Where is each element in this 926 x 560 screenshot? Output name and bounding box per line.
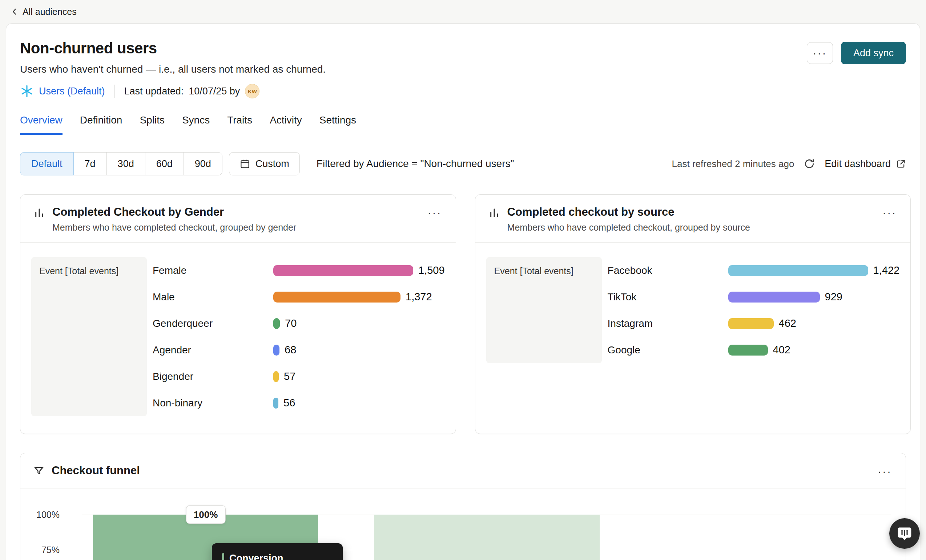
page-title: Non-churned users bbox=[20, 39, 325, 57]
chart-row: Agender 68 bbox=[153, 337, 445, 363]
category-label: Genderqueer bbox=[153, 318, 273, 329]
event-axis-panel: Event [Total events] bbox=[31, 257, 147, 416]
chat-launcher-button[interactable] bbox=[889, 518, 920, 549]
filter-right-group: Last refreshed 2 minutes ago Edit dashbo… bbox=[672, 158, 906, 170]
chart-title: Completed Checkout by Gender bbox=[52, 205, 425, 219]
refresh-icon bbox=[803, 158, 815, 170]
chart-card-funnel: Checkout funnel ··· 100% 75% 100% 58.78%… bbox=[20, 453, 906, 560]
bar bbox=[728, 318, 774, 329]
bar-value: 1,372 bbox=[406, 291, 432, 303]
chart-row: Google 402 bbox=[608, 337, 900, 363]
bar-value: 56 bbox=[283, 397, 295, 409]
breadcrumb[interactable]: All audiences bbox=[10, 6, 77, 17]
chart-body: Event [Total events] Facebook 1,422 TikT… bbox=[475, 243, 911, 380]
chart-header: Checkout funnel ··· bbox=[20, 453, 906, 489]
chart-card-gender: Completed Checkout by Gender Members who… bbox=[20, 194, 456, 434]
page-description: Users who haven't churned — i.e., all us… bbox=[20, 63, 325, 75]
chart-header: Completed Checkout by Gender Members who… bbox=[20, 195, 456, 243]
app-screen: All audiences Non-churned users Users wh… bbox=[0, 0, 926, 560]
tab-splits[interactable]: Splits bbox=[139, 115, 164, 135]
bar-chart-icon bbox=[33, 207, 45, 219]
tab-definition[interactable]: Definition bbox=[80, 115, 123, 135]
bar bbox=[273, 318, 280, 329]
category-label: TikTok bbox=[608, 291, 728, 303]
bar-value: 57 bbox=[284, 370, 295, 382]
add-sync-button[interactable]: Add sync bbox=[841, 42, 906, 64]
chart-header: Completed checkout by source Members who… bbox=[475, 195, 911, 243]
bar-chart-icon bbox=[489, 207, 500, 219]
breadcrumb-label: All audiences bbox=[23, 6, 77, 17]
bar-value: 68 bbox=[284, 344, 296, 356]
chart-menu-button[interactable]: ··· bbox=[425, 207, 444, 219]
category-label: Female bbox=[153, 265, 273, 276]
category-label: Non-binary bbox=[153, 397, 273, 409]
range-60d-button[interactable]: 60d bbox=[145, 152, 184, 175]
refresh-button[interactable] bbox=[803, 158, 815, 170]
tab-settings[interactable]: Settings bbox=[319, 115, 356, 135]
chart-row: Genderqueer 70 bbox=[153, 310, 445, 337]
chart-menu-button[interactable]: ··· bbox=[876, 466, 894, 477]
edit-dashboard-button[interactable]: Edit dashboard bbox=[825, 158, 906, 170]
range-90d-button[interactable]: 90d bbox=[183, 152, 222, 175]
bar bbox=[273, 291, 401, 302]
bar bbox=[728, 291, 820, 302]
custom-range-button[interactable]: Custom bbox=[229, 152, 300, 175]
range-7d-button[interactable]: 7d bbox=[73, 152, 107, 175]
chevron-left-icon bbox=[10, 7, 19, 16]
tooltip-accent-bar bbox=[222, 553, 224, 560]
bar-value: 1,422 bbox=[873, 264, 900, 276]
range-30d-button[interactable]: 30d bbox=[106, 152, 145, 175]
bar bbox=[273, 265, 413, 276]
bar bbox=[273, 345, 280, 356]
category-label: Instagram bbox=[608, 318, 728, 329]
last-updated-value: 10/07/25 by bbox=[189, 86, 240, 97]
calendar-icon bbox=[239, 158, 250, 169]
tab-overview[interactable]: Overview bbox=[20, 115, 62, 135]
chart-subtitle: Members who have completed checkout, gro… bbox=[507, 222, 881, 233]
chart-row: TikTok 929 bbox=[608, 284, 900, 310]
chart-row: Bigender 57 bbox=[153, 363, 445, 390]
chart-row: Non-binary 56 bbox=[153, 390, 445, 416]
funnel-chart: 100% 75% 100% 58.78% Conversion 100% con… bbox=[20, 489, 906, 560]
tab-bar: Overview Definition Splits Syncs Traits … bbox=[6, 115, 920, 135]
tab-traits[interactable]: Traits bbox=[227, 115, 252, 135]
chart-row: Facebook 1,422 bbox=[608, 257, 900, 284]
chart-title: Completed checkout by source bbox=[507, 205, 881, 219]
bar-value: 402 bbox=[773, 344, 790, 356]
tab-syncs[interactable]: Syncs bbox=[182, 115, 210, 135]
funnel-tooltip: Conversion 100% conversion bbox=[212, 543, 343, 560]
divider bbox=[115, 85, 115, 98]
category-label: Facebook bbox=[608, 265, 728, 276]
tab-activity[interactable]: Activity bbox=[270, 115, 302, 135]
range-default-button[interactable]: Default bbox=[20, 152, 74, 175]
bar-value: 1,509 bbox=[418, 264, 445, 276]
filter-description: Filtered by Audience = "Non-churned user… bbox=[316, 158, 514, 170]
chart-titles: Completed Checkout by Gender Members who… bbox=[52, 205, 425, 233]
y-tick-75: 75% bbox=[27, 545, 60, 555]
top-bar: All audiences bbox=[0, 0, 926, 23]
bar bbox=[728, 265, 868, 276]
funnel-bar-step-2 bbox=[374, 515, 600, 560]
audience-detail-card: Non-churned users Users who haven't chur… bbox=[6, 23, 920, 560]
chat-icon bbox=[897, 526, 912, 541]
bar bbox=[273, 398, 278, 409]
source-link[interactable]: Users (Default) bbox=[39, 86, 105, 97]
more-options-button[interactable]: ··· bbox=[807, 42, 833, 64]
header-actions: ··· Add sync bbox=[807, 42, 906, 64]
chart-menu-button[interactable]: ··· bbox=[880, 207, 899, 219]
chart-row: Male 1,372 bbox=[153, 284, 445, 310]
last-updated-label: Last updated: bbox=[124, 86, 184, 97]
bar-value: 929 bbox=[825, 291, 843, 303]
avatar: KW bbox=[245, 84, 259, 98]
custom-range-label: Custom bbox=[256, 158, 289, 170]
card-header: Non-churned users Users who haven't chur… bbox=[6, 24, 920, 98]
funnel-step-label-1: 100% bbox=[186, 506, 226, 524]
chart-card-source: Completed checkout by source Members who… bbox=[475, 194, 911, 434]
chart-subtitle: Members who have completed checkout, gro… bbox=[52, 222, 425, 233]
bar-value: 70 bbox=[285, 317, 297, 329]
date-range-group: Default 7d 30d 60d 90d bbox=[20, 152, 222, 175]
category-label: Agender bbox=[153, 344, 273, 356]
charts-grid: Completed Checkout by Gender Members who… bbox=[6, 194, 920, 434]
bar-value: 462 bbox=[779, 317, 796, 329]
category-label: Bigender bbox=[153, 371, 273, 382]
